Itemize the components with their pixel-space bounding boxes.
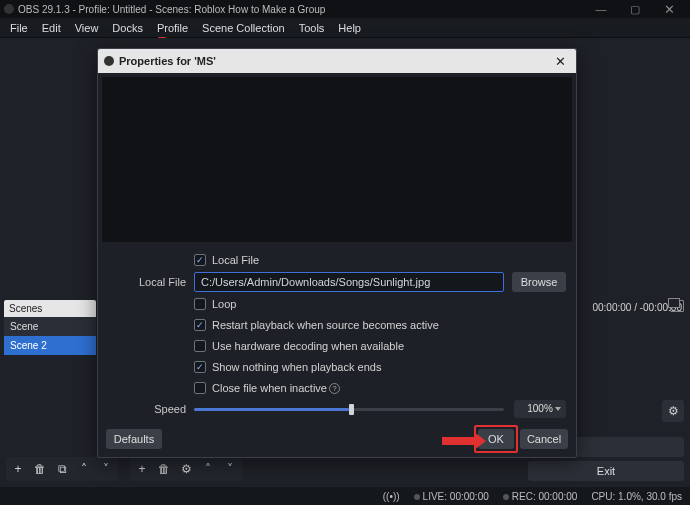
loop-checkbox[interactable] [194,298,206,310]
chevron-down-icon[interactable]: ˅ [97,460,115,478]
shownothing-checkbox[interactable] [194,361,206,373]
status-bar: ((•)) LIVE: 00:00:00 REC: 00:00:00 CPU: … [0,487,690,505]
defaults-button[interactable]: Defaults [106,429,162,449]
local-file-path-input[interactable]: C:/Users/Admin/Downloads/Songs/Sunlight.… [194,272,504,292]
chevron-down-icon[interactable]: ˅ [221,460,239,478]
scenes-list: Scene Scene 2 [4,317,96,355]
menu-bar: File Edit View Docks Profile Scene Colle… [0,18,690,38]
restart-checkbox[interactable] [194,319,206,331]
trash-icon[interactable]: 🗑 [31,460,49,478]
help-icon[interactable]: ? [329,383,340,394]
chevron-up-icon[interactable]: ˄ [199,460,217,478]
maximize-button[interactable]: ▢ [618,3,652,16]
browse-button[interactable]: Browse [512,272,566,292]
app-logo-icon [4,4,14,14]
menu-tools[interactable]: Tools [293,20,331,36]
local-file-checkbox-label: Local File [212,254,259,266]
speed-label: Speed [108,403,194,415]
closefile-label: Close file when inactive [212,382,327,394]
main-area: Scenes Scene Scene 2 00:00:00 / -00:00:0… [0,38,690,487]
add-icon[interactable]: + [133,460,151,478]
exit-button[interactable]: Exit [528,461,684,481]
menu-docks[interactable]: Docks [106,20,149,36]
restart-label: Restart playback when source becomes act… [212,319,439,331]
menu-profile[interactable]: Profile [151,20,194,36]
ok-button[interactable]: OK [478,429,514,449]
status-rec: REC: 00:00:00 [512,491,578,502]
dialog-logo-icon [104,56,114,66]
shownothing-label: Show nothing when playback ends [212,361,381,373]
dialog-form: Local File Local File C:/Users/Admin/Dow… [98,246,576,427]
speed-spinbox[interactable]: 100% [514,400,566,418]
menu-view[interactable]: View [69,20,105,36]
popout-icon[interactable] [670,300,684,312]
dialog-close-icon[interactable]: ✕ [551,54,570,69]
source-preview [102,77,572,242]
local-file-label: Local File [108,276,194,288]
scenes-header: Scenes [4,300,96,317]
settings-gear-button[interactable]: ⚙ [662,400,684,422]
closefile-checkbox[interactable] [194,382,206,394]
menu-scene-collection[interactable]: Scene Collection [196,20,291,36]
signal-icon: ((•)) [383,491,400,502]
scene-item[interactable]: Scene 2 [4,336,96,355]
hwdecode-label: Use hardware decoding when available [212,340,404,352]
gear-icon[interactable]: ⚙ [177,460,195,478]
window-title: OBS 29.1.3 - Profile: Untitled - Scenes:… [18,4,584,15]
status-live: LIVE: 00:00:00 [423,491,489,502]
loop-label: Loop [212,298,236,310]
scenes-panel: Scenes Scene Scene 2 [4,300,96,355]
slider-thumb-icon[interactable] [349,404,354,415]
cancel-button[interactable]: Cancel [520,429,568,449]
menu-edit[interactable]: Edit [36,20,67,36]
add-icon[interactable]: + [9,460,27,478]
speed-slider[interactable] [194,408,504,411]
trash-icon[interactable]: 🗑 [155,460,173,478]
minimize-button[interactable]: — [584,3,618,15]
bottom-toolbars: + 🗑 ⧉ ˄ ˅ + 🗑 ⚙ ˄ ˅ [6,457,242,481]
sources-toolbar: + 🗑 ⚙ ˄ ˅ [130,457,242,481]
window-titlebar: OBS 29.1.3 - Profile: Untitled - Scenes:… [0,0,690,18]
dialog-footer: Defaults OK Cancel [106,429,568,449]
dialog-title: Properties for 'MS' [119,55,551,67]
status-cpu: CPU: 1.0%, 30.0 fps [591,491,682,502]
filter-icon[interactable]: ⧉ [53,460,71,478]
chevron-up-icon[interactable]: ˄ [75,460,93,478]
scenes-toolbar: + 🗑 ⧉ ˄ ˅ [6,457,118,481]
close-button[interactable]: ✕ [652,2,686,17]
dialog-titlebar: Properties for 'MS' ✕ [98,49,576,73]
hwdecode-checkbox[interactable] [194,340,206,352]
scene-item[interactable]: Scene [4,317,96,336]
properties-dialog: Properties for 'MS' ✕ Local File Local F… [97,48,577,458]
menu-file[interactable]: File [4,20,34,36]
menu-help[interactable]: Help [332,20,367,36]
local-file-checkbox[interactable] [194,254,206,266]
